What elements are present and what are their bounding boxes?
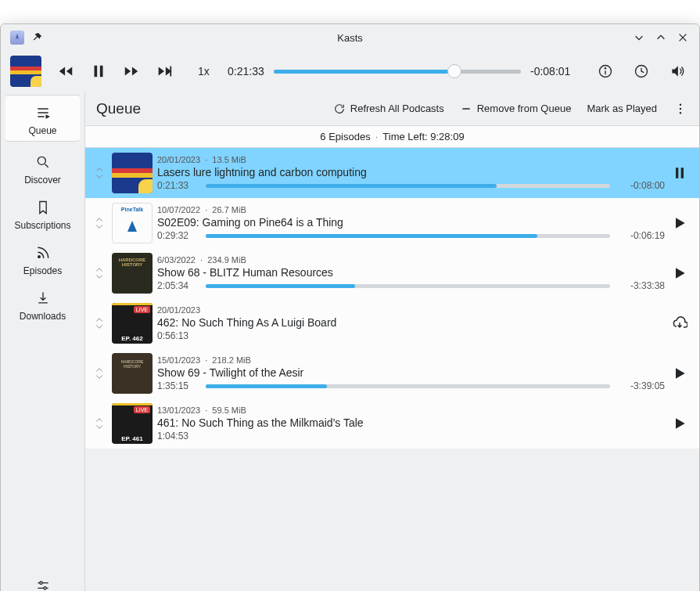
toolbar: Queue Refresh All Podcasts Remove from Q… xyxy=(85,92,699,126)
drag-handle-icon[interactable] xyxy=(92,218,107,229)
episode-artwork[interactable] xyxy=(112,153,153,193)
drag-handle-icon[interactable] xyxy=(92,368,107,379)
episode-duration: 1:04:53 xyxy=(157,431,199,441)
episode-play-button[interactable] xyxy=(669,265,693,281)
mark-as-played-button[interactable]: Mark as Played xyxy=(587,103,657,114)
drag-handle-icon[interactable] xyxy=(92,418,107,429)
episode-row[interactable]: LIVEEP. 46220/01/2023462: No Such Thing … xyxy=(85,298,699,348)
episode-progress xyxy=(206,184,610,188)
episode-title: 461: No Such Thing as the Milkmaid's Tal… xyxy=(157,416,665,429)
episode-remaining: -3:39:05 xyxy=(616,380,665,391)
skip-back-button[interactable] xyxy=(56,61,76,81)
drag-handle-icon[interactable] xyxy=(92,168,107,178)
episode-row[interactable]: HARDCOREHISTORY6/03/2022 · 234.9 MiBShow… xyxy=(85,248,699,298)
episode-artwork[interactable]: HARDCOREHISTORY xyxy=(112,253,153,294)
volume-icon[interactable] xyxy=(668,62,687,81)
overflow-menu-icon[interactable] xyxy=(673,102,688,116)
episode-duration: 0:56:13 xyxy=(157,330,199,341)
maximize-button[interactable] xyxy=(654,31,668,45)
pin-icon[interactable] xyxy=(31,31,45,45)
svg-point-10 xyxy=(680,107,681,109)
sidebar-item-label: Queue xyxy=(28,125,56,136)
svg-point-5 xyxy=(38,157,45,164)
episode-remaining: -0:06:19 xyxy=(616,230,665,241)
player-bar: 1x 0:21:33 -0:08:01 xyxy=(1,51,699,92)
episode-elapsed: 1:35:15 xyxy=(157,380,199,391)
remove-from-queue-button[interactable]: Remove from Queue xyxy=(460,103,572,115)
episode-list: 20/01/2023 · 13.5 MiBLasers lure lightni… xyxy=(85,148,699,591)
minimize-button[interactable] xyxy=(632,31,646,45)
download-icon xyxy=(35,290,51,306)
episode-meta: 15/01/2023 · 218.2 MiB xyxy=(157,355,665,365)
svg-point-7 xyxy=(39,582,41,584)
episode-artwork[interactable]: LIVEEP. 461 xyxy=(112,403,153,444)
episode-play-button[interactable] xyxy=(669,366,693,381)
svg-point-3 xyxy=(605,68,605,69)
drag-handle-icon[interactable] xyxy=(92,268,107,279)
episode-info: 15/01/2023 · 218.2 MiBShow 69 - Twilight… xyxy=(157,355,665,391)
episode-artwork[interactable]: LIVEEP. 462 xyxy=(112,303,153,344)
episode-title: Lasers lure lightning and carbon computi… xyxy=(157,166,665,178)
window-title: Kasts xyxy=(73,32,627,44)
episode-title: Show 68 - BLITZ Human Resources xyxy=(157,266,665,279)
episode-artwork[interactable]: HARDCOREHISTORY xyxy=(112,353,153,394)
sidebar-item-downloads[interactable]: Downloads xyxy=(1,281,84,326)
drag-handle-icon[interactable] xyxy=(92,318,107,329)
playback-speed[interactable]: 1x xyxy=(198,65,210,77)
info-icon[interactable] xyxy=(596,62,615,81)
sidebar-item-queue[interactable]: Queue xyxy=(5,95,80,142)
rss-icon xyxy=(35,245,51,261)
episode-elapsed: 2:05:34 xyxy=(157,280,199,291)
episode-title: 462: No Such Thing As A Luigi Board xyxy=(157,316,665,329)
episode-meta: 6/03/2022 · 234.9 MiB xyxy=(157,255,665,265)
next-button[interactable] xyxy=(154,61,174,81)
episode-meta: 10/07/2022 · 26.7 MiB xyxy=(157,205,665,214)
episode-download-button[interactable] xyxy=(669,315,693,331)
episode-artwork[interactable]: PineTalk xyxy=(112,203,153,243)
episode-info: 13/01/2023 · 59.5 MiB461: No Such Thing … xyxy=(157,405,665,441)
sleep-timer-icon[interactable] xyxy=(632,62,651,81)
episode-row[interactable]: PineTalk10/07/2022 · 26.7 MiBS02E09: Gam… xyxy=(85,198,699,248)
sidebar-item-label: Episodes xyxy=(23,265,62,276)
episode-elapsed: 0:29:32 xyxy=(157,230,199,241)
seek-slider[interactable] xyxy=(274,66,521,77)
app-window: Kasts xyxy=(0,23,700,591)
episode-play-button[interactable] xyxy=(669,416,693,431)
sidebar-item-episodes[interactable]: Episodes xyxy=(1,236,84,281)
episode-row[interactable]: 20/01/2023 · 13.5 MiBLasers lure lightni… xyxy=(85,148,699,198)
episode-play-button[interactable] xyxy=(669,215,693,231)
episode-row[interactable]: LIVEEP. 46113/01/2023 · 59.5 MiB461: No … xyxy=(85,398,699,449)
sidebar-item-label: Downloads xyxy=(20,311,66,322)
settings-icon xyxy=(35,578,51,591)
episode-pause-button[interactable] xyxy=(669,165,693,181)
sidebar-item-subscriptions[interactable]: Subscriptions xyxy=(1,190,84,236)
svg-point-11 xyxy=(680,112,681,114)
episode-progress xyxy=(206,234,610,238)
close-button[interactable] xyxy=(676,31,690,45)
episode-title: S02E09: Gaming on Pine64 is a Thing xyxy=(157,216,665,229)
svg-point-6 xyxy=(38,256,40,258)
skip-forward-button[interactable] xyxy=(121,61,142,81)
nowplaying-artwork[interactable] xyxy=(10,56,41,87)
episode-meta: 20/01/2023 · 13.5 MiB xyxy=(157,155,665,164)
sidebar-item-label: Subscriptions xyxy=(14,220,70,231)
sidebar-item-settings[interactable]: Settings xyxy=(1,568,84,591)
titlebar: Kasts xyxy=(1,24,699,51)
queue-icon xyxy=(35,105,51,121)
refresh-button[interactable]: Refresh All Podcasts xyxy=(333,103,444,115)
episode-count: 6 Episodes xyxy=(320,131,370,142)
svg-point-9 xyxy=(680,103,681,105)
episode-elapsed: 0:21:33 xyxy=(157,180,199,191)
pause-button[interactable] xyxy=(88,61,109,81)
episode-meta: 13/01/2023 · 59.5 MiB xyxy=(157,405,665,415)
main-content: Queue Refresh All Podcasts Remove from Q… xyxy=(85,92,699,591)
bookmark-icon xyxy=(35,200,51,215)
sidebar-item-discover[interactable]: Discover xyxy=(1,145,84,190)
episode-info: 20/01/2023 · 13.5 MiBLasers lure lightni… xyxy=(157,155,665,191)
svg-rect-0 xyxy=(170,67,171,77)
episode-title: Show 69 - Twilight of the Aesir xyxy=(157,366,665,379)
svg-point-8 xyxy=(43,587,45,589)
page-title: Queue xyxy=(96,100,141,117)
episode-row[interactable]: HARDCOREHISTORY15/01/2023 · 218.2 MiBSho… xyxy=(85,348,699,398)
sidebar-item-label: Discover xyxy=(24,175,61,186)
